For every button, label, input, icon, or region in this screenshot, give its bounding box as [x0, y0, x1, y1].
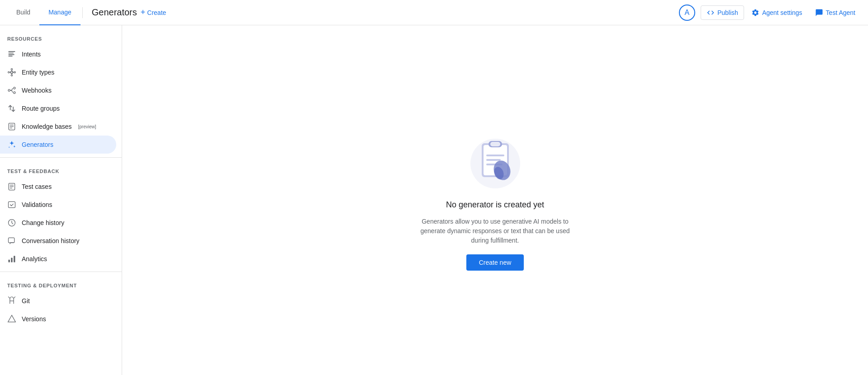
git-label: Git [22, 297, 30, 305]
webhooks-label: Webhooks [22, 87, 52, 94]
intents-label: Intents [22, 51, 41, 58]
svg-rect-35 [490, 142, 500, 146]
svg-point-13 [8, 89, 10, 91]
divider-2 [0, 272, 122, 272]
test-cases-label: Test cases [22, 183, 52, 190]
knowledge-bases-icon [7, 122, 16, 131]
tab-manage[interactable]: Manage [39, 0, 81, 25]
section-testing-deployment-label: TESTING & DEPLOYMENT [0, 276, 122, 292]
test-cases-icon [7, 182, 16, 191]
plus-icon: + [141, 8, 146, 17]
svg-point-8 [11, 75, 12, 76]
create-link[interactable]: + Create [141, 8, 166, 17]
content-area: No generator is created yet Generators a… [122, 25, 868, 375]
top-nav-right: A Publish Agent settings Test Agent [679, 5, 861, 21]
page-title: Generators [92, 7, 137, 18]
tab-build[interactable]: Build [7, 0, 39, 25]
route-groups-label: Route groups [22, 105, 60, 112]
sidebar: RESOURCES Intents Entity types Webhooks [0, 25, 122, 375]
conversation-history-icon [7, 236, 16, 245]
publish-button[interactable]: Publish [701, 5, 744, 20]
create-new-button[interactable]: Create new [466, 254, 524, 271]
top-nav: Build Manage Generators + Create A Publi… [0, 0, 868, 25]
entity-types-label: Entity types [22, 69, 54, 76]
svg-point-6 [14, 71, 15, 73]
svg-point-7 [8, 71, 9, 73]
sidebar-item-intents[interactable]: Intents [0, 45, 116, 63]
sidebar-item-test-cases[interactable]: Test cases [0, 178, 116, 196]
sidebar-item-conversation-history[interactable]: Conversation history [0, 232, 116, 250]
route-groups-icon [7, 104, 16, 113]
svg-rect-3 [9, 56, 13, 56]
main-layout: RESOURCES Intents Entity types Webhooks [0, 25, 868, 375]
svg-rect-26 [9, 238, 14, 243]
svg-point-4 [11, 71, 13, 74]
section-test-feedback-label: TEST & FEEDBACK [0, 161, 122, 178]
empty-illustration [464, 130, 527, 193]
generators-label: Generators [22, 141, 53, 148]
change-history-label: Change history [22, 219, 64, 226]
sidebar-item-git[interactable]: Git [0, 292, 116, 310]
svg-rect-36 [486, 155, 504, 156]
knowledge-bases-label: Knowledge bases [22, 123, 72, 130]
nav-separator [82, 7, 83, 18]
chat-icon [815, 9, 823, 17]
svg-point-15 [14, 92, 15, 94]
svg-marker-30 [8, 315, 16, 322]
agent-settings-button[interactable]: Agent settings [746, 6, 808, 19]
versions-label: Versions [22, 315, 46, 323]
test-agent-button[interactable]: Test Agent [810, 6, 861, 19]
sidebar-item-change-history[interactable]: Change history [0, 214, 116, 232]
agent-settings-label: Agent settings [762, 9, 802, 16]
publish-label: Publish [717, 9, 738, 16]
test-agent-label: Test Agent [826, 9, 855, 16]
create-link-label: Create [147, 9, 166, 16]
settings-icon [751, 9, 759, 17]
svg-rect-27 [9, 260, 10, 262]
generators-icon [7, 140, 16, 149]
entity-types-icon [7, 68, 16, 77]
avatar[interactable]: A [679, 5, 695, 21]
intents-icon [7, 50, 16, 59]
sidebar-item-generators[interactable]: Generators [0, 136, 116, 154]
change-history-icon [7, 218, 16, 227]
svg-rect-0 [9, 51, 15, 52]
conversation-history-label: Conversation history [22, 237, 80, 244]
svg-point-5 [11, 69, 12, 70]
svg-point-14 [14, 87, 15, 89]
svg-rect-29 [14, 256, 15, 262]
sidebar-item-versions[interactable]: Versions [0, 310, 116, 328]
empty-state-description: Generators allow you to use generative A… [418, 217, 572, 245]
knowledge-bases-badge: [preview] [78, 124, 96, 129]
svg-rect-1 [9, 53, 14, 54]
divider-1 [0, 157, 122, 158]
svg-rect-24 [9, 202, 15, 207]
section-resources-label: RESOURCES [0, 29, 122, 45]
validations-icon [7, 200, 16, 209]
sidebar-item-knowledge-bases[interactable]: Knowledge bases [preview] [0, 117, 116, 136]
webhooks-icon [7, 86, 16, 95]
sidebar-item-entity-types[interactable]: Entity types [0, 63, 116, 81]
analytics-icon [7, 254, 16, 263]
page-title-area: Generators + Create [85, 7, 679, 18]
empty-state: No generator is created yet Generators a… [418, 130, 572, 271]
sidebar-item-route-groups[interactable]: Route groups [0, 99, 116, 117]
sidebar-item-validations[interactable]: Validations [0, 196, 116, 214]
sidebar-item-webhooks[interactable]: Webhooks [0, 81, 116, 99]
svg-rect-2 [9, 54, 14, 55]
empty-state-title: No generator is created yet [446, 200, 544, 210]
svg-rect-37 [486, 159, 501, 161]
analytics-label: Analytics [22, 255, 47, 262]
svg-rect-28 [11, 258, 12, 262]
code-icon [707, 9, 715, 17]
sidebar-item-analytics[interactable]: Analytics [0, 250, 116, 268]
validations-label: Validations [22, 201, 52, 208]
git-icon [7, 296, 16, 305]
versions-icon [7, 314, 16, 323]
